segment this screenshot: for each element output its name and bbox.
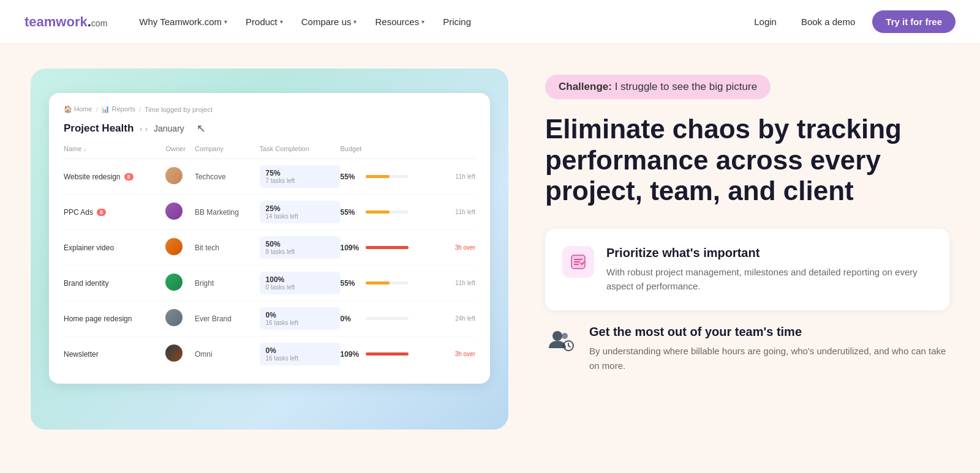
dashboard-wrapper: 🏠 Home / 📊 Reports / Time logged by proj… [31,69,508,430]
avatar-0 [165,167,183,184]
cell-completion-4: 0% 16 tasks left [260,301,341,337]
project-table: Name ↓ Owner Company Task Completion Bud… [64,145,475,371]
nav-item-why[interactable]: Why Teamwork.com ▾ [132,12,235,32]
avatar-1 [165,203,183,220]
cell-name-4: Home page redesign [64,301,165,337]
breadcrumb-current: Time logged by project [145,106,213,113]
cell-completion-1: 25% 14 tasks left [260,195,341,230]
badge-1: 8 [97,209,106,216]
avatar-5 [165,345,183,362]
try-free-button[interactable]: Try it for free [872,10,956,33]
cell-completion-2: 50% 8 tasks left [260,230,341,266]
nav-product-label: Product [246,17,277,27]
cell-name-5: Newsletter [64,337,165,372]
team-time-icon-wrap [545,325,577,357]
table-row: Home page redesign Ever Brand 0% 16 task… [64,301,475,337]
login-button[interactable]: Login [747,12,784,32]
next-arrow[interactable]: › [145,124,148,133]
col-owner: Owner [165,145,195,159]
cell-name-3: Brand identity [64,266,165,301]
svg-point-2 [562,333,568,339]
logo-suffix: com [91,18,107,28]
nav-item-pricing[interactable]: Pricing [435,12,478,32]
team-time-icon [545,325,577,357]
nav-compare-label: Compare us [301,17,352,27]
navbar: teamwork.com Why Teamwork.com ▾ Product … [0,0,980,44]
nav-item-compare[interactable]: Compare us ▾ [294,12,364,32]
breadcrumb: 🏠 Home / 📊 Reports / Time logged by proj… [64,105,475,113]
nav-resources-label: Resources [375,17,419,27]
logo-text: teamwork [24,14,88,29]
cell-budget-5: 109% 3h over [341,337,476,372]
col-name: Name ↓ [64,145,165,159]
cell-completion-5: 0% 16 tasks left [260,337,341,372]
prev-arrow[interactable]: ‹ [140,124,142,133]
challenge-label: Challenge: [559,81,612,92]
cell-owner-3 [165,266,195,301]
cell-company-1: BB Marketing [195,195,260,230]
checklist-icon [570,253,587,270]
chevron-down-icon: ▾ [280,18,283,25]
table-row: PPC Ads 8 BB Marketing 25% 14 tasks left… [64,195,475,230]
cell-owner-0 [165,159,195,195]
feature-2-text: Get the most out of your team's time By … [589,325,949,373]
prioritize-icon-wrap [562,246,594,278]
chevron-down-icon: ▾ [224,18,227,25]
cell-company-5: Omni [195,337,260,372]
nav-right: Login Book a demo Try it for free [747,10,956,33]
nav-item-product[interactable]: Product ▾ [238,12,290,32]
logo[interactable]: teamwork.com [24,14,107,30]
cell-name-1: PPC Ads 8 [64,195,165,230]
cell-company-2: Bit tech [195,230,260,266]
month-label: January [154,124,184,133]
svg-point-1 [552,331,562,341]
cell-name-2: Explainer video [64,230,165,266]
col-budget: Budget [341,145,476,159]
col-task-completion: Task Completion [260,145,341,159]
cell-owner-4 [165,301,195,337]
cell-owner-1 [165,195,195,230]
main-content: 🏠 Home / 📊 Reports / Time logged by proj… [0,44,980,454]
feature-1-text: Prioritize what's important With robust … [606,246,932,294]
right-panel: Challenge: I struggle to see the big pic… [545,69,949,379]
cell-company-3: Bright [195,266,260,301]
feature-2-title: Get the most out of your team's time [589,325,949,339]
nav-pricing-label: Pricing [443,17,471,27]
feature-1-desc: With robust project management, mileston… [606,265,932,294]
avatar-3 [165,274,183,291]
feature-1-title: Prioritize what's important [606,246,932,260]
table-row: Brand identity Bright 100% 0 tasks left … [64,266,475,301]
avatar-4 [165,309,183,326]
cell-completion-0: 75% 7 tasks left [260,159,341,195]
project-health-header: Project Health ‹ › January ↖ [64,122,475,135]
cell-owner-5 [165,337,195,372]
breadcrumb-reports: 📊 Reports [101,105,135,113]
chevron-down-icon: ▾ [421,18,424,25]
date-nav: ‹ › [140,124,148,133]
table-row: Newsletter Omni 0% 16 tasks left 109% [64,337,475,372]
book-demo-button[interactable]: Book a demo [794,12,862,32]
avatar-2 [165,238,183,255]
table-row: Website redesign 8 Techcove 75% 7 tasks … [64,159,475,195]
cell-owner-2 [165,230,195,266]
cell-name-0: Website redesign 8 [64,159,165,195]
dashboard-card: 🏠 Home / 📊 Reports / Time logged by proj… [49,93,490,384]
nav-why-label: Why Teamwork.com [139,17,222,27]
feature-card-1-inner: Prioritize what's important With robust … [562,246,932,294]
cell-budget-0: 55% 11h left [341,159,476,195]
cell-company-0: Techcove [195,159,260,195]
project-health-title: Project Health [64,122,134,135]
nav-item-resources[interactable]: Resources ▾ [368,12,432,32]
cursor-icon: ↖ [197,122,206,135]
table-row: Explainer video Bit tech 50% 8 tasks lef… [64,230,475,266]
feature-card-1: Prioritize what's important With robust … [545,229,949,311]
left-panel: 🏠 Home / 📊 Reports / Time logged by proj… [31,69,508,430]
nav-links: Why Teamwork.com ▾ Product ▾ Compare us … [132,12,747,32]
cell-budget-3: 55% 11h left [341,266,476,301]
cell-budget-1: 55% 11h left [341,195,476,230]
cell-budget-2: 109% 3h over [341,230,476,266]
breadcrumb-home: 🏠 Home [64,105,92,113]
challenge-badge: Challenge: I struggle to see the big pic… [545,75,771,99]
challenge-text: I struggle to see the big picture [615,81,757,92]
badge-0: 8 [124,173,134,181]
